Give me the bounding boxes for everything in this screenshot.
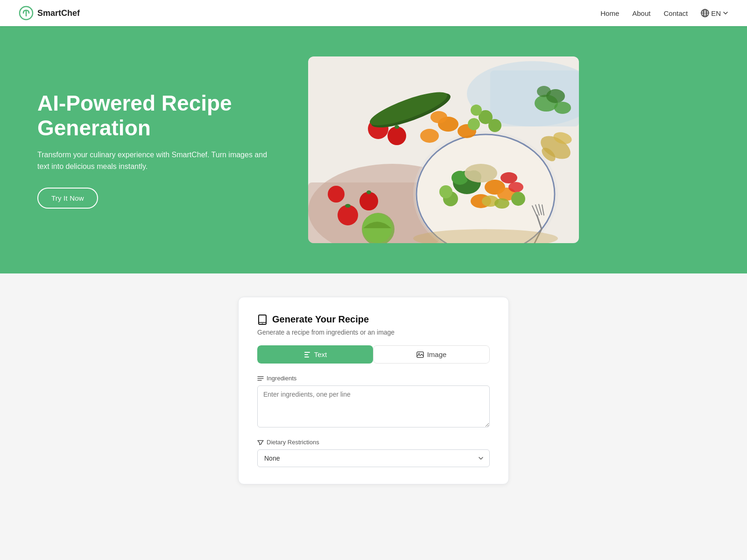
list-icon <box>257 375 264 382</box>
language-button[interactable]: EN <box>701 9 728 17</box>
svg-rect-11 <box>490 70 579 126</box>
ingredients-label: Ingredients <box>257 375 490 382</box>
svg-point-37 <box>395 125 399 129</box>
svg-point-31 <box>328 186 345 203</box>
card-title: Generate Your Recipe <box>272 314 369 325</box>
svg-point-27 <box>439 185 452 198</box>
nav-links: Home About Contact EN <box>600 9 728 17</box>
logo-icon <box>19 6 34 21</box>
card-subtitle: Generate a recipe from ingredients or an… <box>257 329 490 336</box>
dietary-select-wrapper: None Vegetarian Vegan Gluten-Free Dairy-… <box>257 449 490 467</box>
svg-point-47 <box>471 105 482 116</box>
nav-about[interactable]: About <box>632 9 650 17</box>
card-header: Generate Your Recipe <box>257 314 490 325</box>
svg-point-45 <box>468 118 480 130</box>
hero-section: AI-Powered Recipe Generation Transform y… <box>0 26 747 273</box>
svg-rect-69 <box>304 357 309 357</box>
navbar: SmartChef Home About Contact EN <box>0 0 747 26</box>
globe-icon <box>701 9 709 17</box>
ingredients-field: Ingredients <box>257 375 490 429</box>
svg-point-43 <box>430 111 447 123</box>
svg-rect-67 <box>304 352 310 353</box>
tab-text-button[interactable]: Text <box>257 345 373 364</box>
svg-point-50 <box>554 102 571 114</box>
svg-point-25 <box>465 164 497 182</box>
recipe-card: Generate Your Recipe Generate a recipe f… <box>238 297 509 484</box>
tab-image-label: Image <box>427 350 447 358</box>
dietary-select[interactable]: None Vegetarian Vegan Gluten-Free Dairy-… <box>257 449 490 467</box>
svg-point-66 <box>262 323 263 324</box>
nav-contact[interactable]: Contact <box>663 9 688 17</box>
hero-content: AI-Powered Recipe Generation Transform y… <box>37 91 280 209</box>
dietary-section: Dietary Restrictions None Vegetarian Veg… <box>257 439 490 467</box>
svg-rect-68 <box>304 354 308 355</box>
food-illustration <box>308 56 579 243</box>
logo[interactable]: SmartChef <box>19 6 80 21</box>
ingredients-input[interactable] <box>257 385 490 427</box>
logo-text: SmartChef <box>37 8 80 18</box>
tab-image-button[interactable]: Image <box>373 345 490 364</box>
svg-point-41 <box>420 129 439 143</box>
image-tab-icon <box>416 351 424 358</box>
text-tab-icon <box>303 351 311 358</box>
hero-image <box>308 56 579 243</box>
try-it-now-button[interactable]: Try It Now <box>37 188 98 209</box>
main-section: Generate Your Recipe Generate a recipe f… <box>0 273 747 508</box>
svg-point-71 <box>418 353 420 354</box>
svg-point-46 <box>488 119 501 132</box>
tab-text-label: Text <box>314 350 327 358</box>
svg-point-51 <box>537 86 551 97</box>
svg-point-28 <box>511 192 525 206</box>
dietary-label: Dietary Restrictions <box>257 439 490 446</box>
hero-subtitle: Transform your culinary experience with … <box>37 149 280 173</box>
svg-point-32 <box>345 204 351 208</box>
tab-group: Text Image <box>257 345 490 364</box>
svg-point-30 <box>359 192 378 210</box>
svg-rect-64 <box>259 315 266 324</box>
chevron-down-icon <box>723 10 728 16</box>
filter-icon <box>257 439 264 446</box>
svg-point-21 <box>500 172 517 183</box>
svg-point-35 <box>388 126 406 145</box>
svg-point-33 <box>366 190 371 194</box>
svg-point-22 <box>508 182 523 192</box>
nav-home[interactable]: Home <box>600 9 619 17</box>
svg-point-29 <box>338 205 358 225</box>
tablet-icon <box>257 315 268 325</box>
hero-title: AI-Powered Recipe Generation <box>37 91 280 140</box>
svg-point-24 <box>494 198 509 209</box>
lang-label: EN <box>711 9 721 17</box>
